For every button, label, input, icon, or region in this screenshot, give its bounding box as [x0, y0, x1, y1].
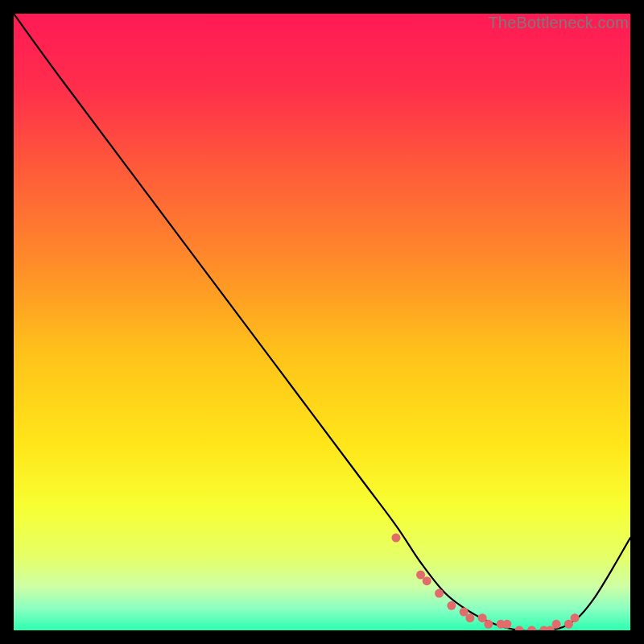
optimal-dot: [447, 601, 456, 610]
optimal-dot: [571, 613, 580, 622]
optimal-dot: [502, 620, 511, 629]
optimal-dot: [484, 620, 493, 629]
bottleneck-chart: [14, 14, 630, 630]
heat-background: [14, 14, 630, 630]
watermark-text: TheBottleneck.com: [488, 14, 629, 32]
optimal-dot: [552, 620, 561, 629]
chart-frame: TheBottleneck.com: [14, 14, 630, 630]
optimal-dot: [465, 613, 474, 622]
optimal-dot: [391, 534, 400, 543]
optimal-dot: [423, 576, 431, 585]
optimal-dot: [435, 589, 444, 598]
